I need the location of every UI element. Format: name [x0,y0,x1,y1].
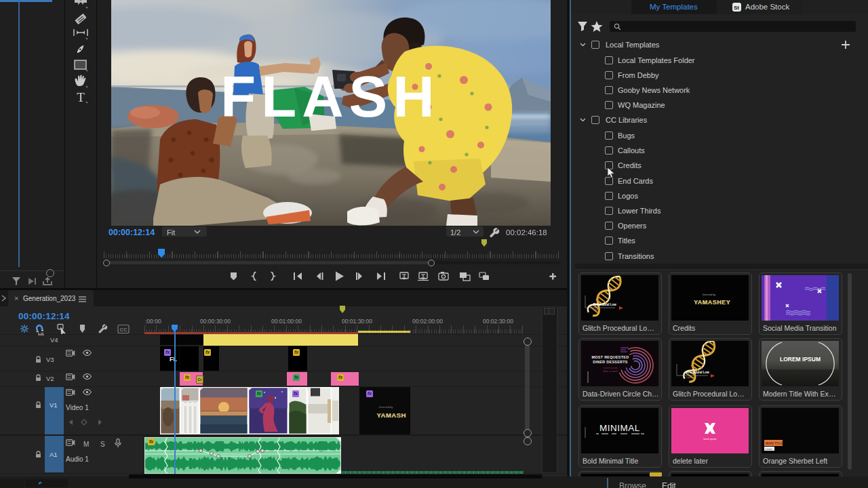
svg-text:YAMASHEY: YAMASHEY [694,299,731,306]
svg-text:MOST REQUESTED: MOST REQUESTED [592,355,629,359]
svg-text:Procedural Low: Procedural Low [686,371,709,374]
svg-text:DINER DESSERTS: DINER DESSERTS [593,360,628,364]
svg-text:dolor sit amet: dolor sit amet [603,370,618,373]
svg-text:LOREM IPSUM: LOREM IPSUM [780,356,821,363]
svg-text:Directed by: Directed by [703,293,715,296]
svg-text:Lorem ipsum: Lorem ipsum [604,367,618,369]
svg-text:Directed by: Directed by [379,405,393,409]
svg-text:Lorem: Lorem [593,308,599,311]
svg-text:YAMASH: YAMASH [377,411,406,419]
svg-text:MINIMAL: MINIMAL [599,423,640,433]
svg-text:Lorem: Lorem [686,376,692,379]
svg-text:T: T [77,90,85,104]
svg-text:FLASH: FLASH [220,64,439,129]
svg-text:lorem ipsum: lorem ipsum [703,438,716,441]
svg-text:Procedural Low: Procedural Low [593,303,616,306]
svg-text:MAIN TITLE: MAIN TITLE [766,442,783,445]
svg-text:CC: CC [120,327,127,333]
svg-text:Lorem: Lorem [766,448,772,451]
